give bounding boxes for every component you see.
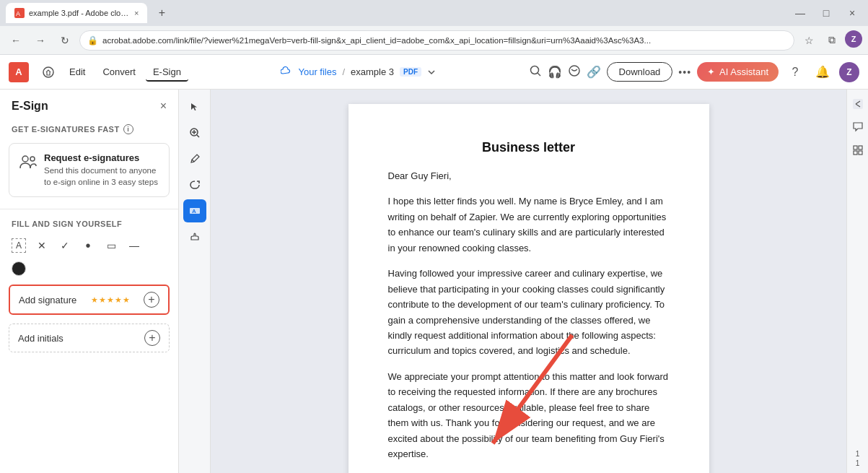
back-button[interactable]: ← — [6, 30, 26, 51]
pen-tool-btn[interactable] — [183, 147, 206, 170]
app-toolbar: A Edit Convert E-Sign Your files / examp… — [0, 55, 868, 90]
edit-menu[interactable]: Edit — [62, 62, 92, 82]
tools-row: A ✕ ✓ • ▭ — — [0, 234, 178, 257]
request-esig-card[interactable]: Request e-signatures Send this document … — [9, 143, 170, 197]
zoom-tool-btn[interactable] — [183, 121, 206, 144]
x-mark-tool-btn[interactable]: ✕ — [35, 238, 49, 253]
esig-section-label: GET E-SIGNATURES FAST i — [0, 120, 178, 140]
notification-btn[interactable]: 🔔 — [812, 61, 833, 83]
user-avatar[interactable]: Z — [839, 62, 859, 82]
headphone-btn[interactable]: 🎧 — [548, 65, 562, 79]
breadcrumb-sep: / — [342, 66, 345, 77]
lock-icon: 🔒 — [87, 35, 98, 45]
tab-title: example 3.pdf - Adobe cloud s... — [29, 9, 130, 17]
ai-assistant-button[interactable]: ✦ AI Assistant — [697, 62, 779, 82]
request-people-icon — [18, 152, 38, 173]
esign-menu[interactable]: E-Sign — [146, 62, 188, 82]
pdf-paragraph2: Having followed your impressive career a… — [388, 266, 670, 359]
ai-label: AI Assistant — [719, 66, 768, 77]
forward-button[interactable]: → — [30, 30, 51, 51]
svg-rect-19 — [854, 151, 857, 155]
svg-point-5 — [22, 156, 28, 162]
browser-navbar: ← → ↻ 🔒 acrobat.adobe.com/link/file/?vie… — [0, 26, 868, 55]
minimize-btn[interactable]: — — [790, 3, 810, 23]
fill-sign-label: FILL AND SIGN YOURSELF — [0, 212, 178, 234]
page-wrapper: Business letter Dear Guy Fieri, I hope t… — [348, 104, 709, 473]
download-button[interactable]: Download — [607, 62, 673, 82]
extensions-btn[interactable]: ⧉ — [822, 30, 842, 51]
page-num-2: 1 — [856, 459, 860, 467]
text-tool-btn[interactable]: A — [12, 238, 26, 253]
chevron-down-icon[interactable] — [427, 68, 436, 77]
toolbar-center: Your files / example 3 PDF — [191, 66, 526, 78]
profile-btn[interactable]: Z — [845, 30, 862, 48]
cursor-tool-btn[interactable] — [183, 95, 206, 118]
add-signature-btn[interactable]: + — [144, 292, 159, 308]
address-bar[interactable]: 🔒 acrobat.adobe.com/link/file/?viewer%21… — [79, 30, 794, 51]
left-sidebar: E-Sign × GET E-SIGNATURES FAST i Request… — [0, 90, 179, 473]
pdf-title: Business letter — [388, 140, 670, 155]
request-card-header: Request e-signatures Send this document … — [18, 152, 160, 188]
more-options-btn[interactable]: ••• — [678, 66, 691, 78]
browser-tab[interactable]: A example 3.pdf - Adobe cloud s... × — [6, 3, 147, 23]
your-files-label[interactable]: Your files — [298, 66, 336, 77]
rect-tool-btn[interactable]: ▭ — [104, 238, 118, 253]
stars-row: ★ ★ ★ ★ ★ — [91, 295, 130, 305]
comment-btn[interactable] — [568, 64, 581, 80]
svg-point-2 — [530, 66, 538, 74]
file-name: example 3 — [351, 66, 394, 77]
help-btn[interactable]: ? — [784, 61, 806, 83]
svg-rect-16 — [853, 99, 863, 109]
right-panel-comment-btn[interactable] — [849, 118, 867, 136]
add-initials-btn[interactable]: + — [144, 330, 160, 346]
pdf-greeting: Dear Guy Fieri, — [388, 168, 670, 183]
svg-rect-17 — [854, 146, 857, 149]
dash-tool-btn[interactable]: — — [127, 238, 141, 253]
right-panel: 1 1 — [846, 90, 868, 473]
convert-menu[interactable]: Convert — [95, 62, 143, 82]
page-number-panel: 1 1 — [856, 450, 860, 467]
search-btn[interactable] — [529, 64, 542, 80]
add-signature-label: Add signature — [19, 295, 76, 305]
add-signature-row[interactable]: Add signature ★ ★ ★ ★ ★ + — [9, 285, 170, 315]
svg-point-1 — [43, 67, 53, 77]
tab-favicon: A — [14, 8, 25, 18]
right-panel-grid-btn[interactable] — [849, 142, 867, 159]
add-initials-row[interactable]: Add initials + — [9, 324, 170, 352]
close-window-btn[interactable]: × — [842, 3, 862, 23]
sidebar-title: E-Sign — [12, 100, 48, 113]
reload-button[interactable]: ↻ — [55, 30, 75, 51]
check-tool-btn[interactable]: ✓ — [58, 238, 72, 253]
stamp-tool-btn[interactable] — [183, 225, 206, 248]
sidebar-close-btn[interactable]: × — [160, 100, 167, 113]
pdf-paragraph3: We appreciate your prompt attention to t… — [388, 369, 670, 462]
color-picker[interactable] — [12, 261, 26, 276]
url-text: acrobat.adobe.com/link/file/?viewer%21me… — [102, 36, 786, 45]
right-panel-share-btn[interactable] — [849, 95, 867, 113]
browser-titlebar: A example 3.pdf - Adobe cloud s... × + —… — [0, 0, 868, 26]
maximize-btn[interactable]: □ — [816, 3, 836, 23]
link-btn[interactable]: 🔗 — [587, 65, 601, 79]
bookmark-btn[interactable]: ☆ — [799, 30, 819, 51]
tab-close-btn[interactable]: × — [134, 9, 139, 17]
svg-point-6 — [30, 157, 35, 161]
sidebar-header: E-Sign × — [0, 90, 178, 120]
new-tab-button[interactable]: + — [153, 4, 170, 22]
text-field-tool-btn[interactable]: A — [183, 199, 206, 222]
svg-rect-18 — [859, 146, 862, 149]
loop-tool-btn[interactable] — [183, 173, 206, 196]
request-desc: Send this document to anyone to e-sign o… — [44, 165, 160, 188]
main-content: E-Sign × GET E-SIGNATURES FAST i Request… — [0, 90, 868, 473]
pdf-page: Business letter Dear Guy Fieri, I hope t… — [348, 104, 709, 473]
request-card-text: Request e-signatures Send this document … — [44, 152, 160, 188]
toolbar-right: 🎧 🔗 Download ••• ✦ AI Assistant ? 🔔 Z — [529, 61, 859, 83]
cloud-icon — [281, 66, 292, 78]
svg-line-11 — [192, 160, 194, 162]
app-home-btn[interactable] — [38, 61, 59, 83]
dot-tool-btn[interactable]: • — [81, 238, 95, 253]
info-icon[interactable]: i — [123, 124, 133, 134]
pdf-paragraph1: I hope this letter finds you well. My na… — [388, 194, 670, 256]
page-num-1: 1 — [856, 450, 860, 458]
add-initials-label: Add initials — [18, 333, 63, 344]
svg-line-8 — [197, 135, 199, 137]
